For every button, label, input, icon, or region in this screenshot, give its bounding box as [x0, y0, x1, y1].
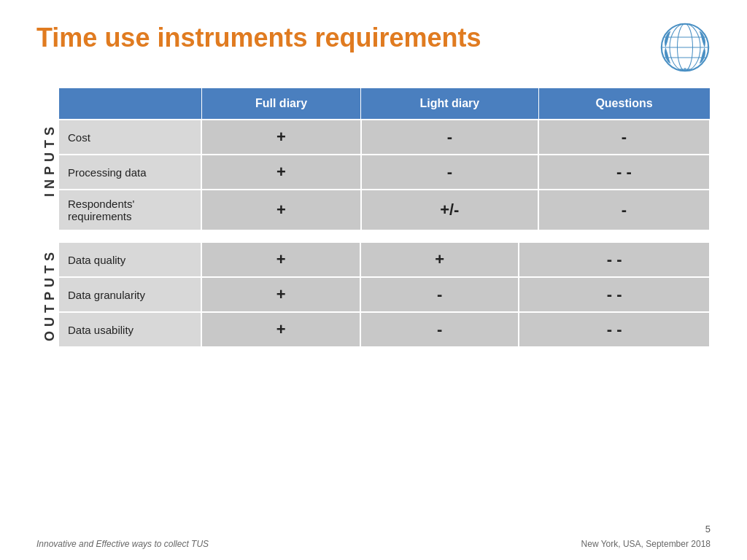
footer-right-text: New York, USA, September 2018 [581, 539, 711, 549]
inputs-col-header-label [58, 88, 201, 120]
row-label-processing: Processing data [58, 155, 201, 190]
page-container: Time use instruments requirements INPUTS [0, 0, 747, 560]
inputs-section: INPUTS Full diary Light diary Questions … [36, 88, 711, 231]
row-label-cost: Cost [58, 120, 201, 155]
inputs-table-area: Full diary Light diary Questions Cost + … [58, 88, 711, 231]
row-full-diary-data-granularity: + [201, 277, 360, 312]
row-questions-data-usability: - - [519, 312, 710, 347]
row-questions-cost: - [538, 120, 710, 155]
table-row: Processing data + - - - [58, 155, 710, 190]
outputs-section: OUTPUTS Data quality + + - - Data granul… [36, 241, 711, 348]
page-title: Time use instruments requirements [36, 22, 481, 53]
outputs-table-area: Data quality + + - - Data granularity + … [58, 241, 711, 348]
row-light-diary-data-usability: - [360, 312, 519, 347]
row-questions-respondents: - [538, 190, 710, 230]
row-full-diary-cost: + [201, 120, 360, 155]
row-label-data-quality: Data quality [58, 242, 201, 277]
row-light-diary-data-quality: + [360, 242, 519, 277]
row-label-respondents: Respondents'requirements [58, 190, 201, 230]
row-light-diary-respondents: +/- [361, 190, 538, 230]
row-questions-data-granularity: - - [519, 277, 710, 312]
row-full-diary-data-usability: + [201, 312, 360, 347]
row-full-diary-processing: + [201, 155, 360, 190]
inputs-col-header-light-diary: Light diary [361, 88, 538, 120]
row-full-diary-respondents: + [201, 190, 360, 230]
un-logo [659, 22, 711, 73]
inputs-col-header-full-diary: Full diary [201, 88, 360, 120]
inputs-header-row: Full diary Light diary Questions [58, 88, 710, 120]
outputs-vertical-label: OUTPUTS [36, 241, 58, 348]
row-questions-data-quality: - - [519, 242, 710, 277]
table-row: Data usability + - - - [58, 312, 710, 347]
row-light-diary-cost: - [361, 120, 538, 155]
inputs-table: Full diary Light diary Questions Cost + … [58, 88, 711, 231]
row-light-diary-data-granularity: - [360, 277, 519, 312]
outputs-table: Data quality + + - - Data granularity + … [58, 241, 711, 348]
footer: Innovative and Effective ways to collect… [0, 539, 747, 549]
row-questions-processing: - - [538, 155, 710, 190]
footer-left-text: Innovative and Effective ways to collect… [36, 539, 209, 549]
page-number: 5 [705, 524, 711, 534]
row-light-diary-processing: - [361, 155, 538, 190]
row-label-data-granularity: Data granularity [58, 277, 201, 312]
header-row: Time use instruments requirements [36, 22, 711, 73]
inputs-col-header-questions: Questions [538, 88, 710, 120]
table-row: Data granularity + - - - [58, 277, 710, 312]
row-full-diary-data-quality: + [201, 242, 360, 277]
table-row: Cost + - - [58, 120, 710, 155]
table-row: Data quality + + - - [58, 242, 710, 277]
table-row: Respondents'requirements + +/- - [58, 190, 710, 230]
inputs-vertical-label: INPUTS [36, 88, 58, 231]
row-label-data-usability: Data usability [58, 312, 201, 347]
